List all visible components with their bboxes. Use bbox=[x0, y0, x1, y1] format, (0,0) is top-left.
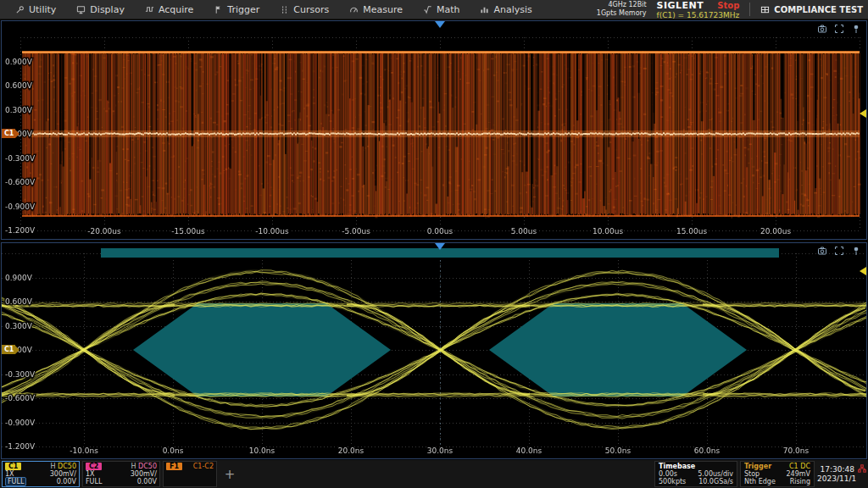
c2-scale: 300mV/ bbox=[131, 470, 157, 478]
waveform-display[interactable] bbox=[2, 21, 866, 239]
expand-icon[interactable] bbox=[834, 246, 844, 256]
eye-diagram-panel: C1 bbox=[1, 242, 867, 459]
trigger-source: C1 DC bbox=[789, 463, 810, 470]
menu-bar: Utility Display Acquire Trigger Cursors … bbox=[0, 0, 868, 19]
menu-item-measure[interactable]: Measure bbox=[339, 0, 413, 19]
timebase-title: Timebase bbox=[659, 463, 695, 470]
menu-label: Cursors bbox=[293, 4, 329, 15]
menu-label: Utility bbox=[29, 4, 56, 15]
trigger-level: 249mV bbox=[786, 470, 810, 478]
expand-icon[interactable] bbox=[834, 24, 844, 34]
clock-date: 2023/11/1 bbox=[817, 474, 854, 483]
c1-level-marker[interactable]: C1 bbox=[2, 345, 15, 354]
f1-chip: F1 bbox=[166, 463, 182, 470]
c1-coupling: H bbox=[51, 463, 56, 470]
trigger-level-marker[interactable] bbox=[860, 109, 866, 118]
brand-logo: SIGLENT bbox=[657, 0, 704, 11]
menu-item-utility[interactable]: Utility bbox=[5, 0, 66, 19]
add-channel-button[interactable]: + bbox=[220, 461, 240, 487]
statusbar-spacer bbox=[242, 461, 652, 487]
bandwidth-label: 4GHz 12Bit bbox=[597, 1, 647, 9]
eye-diagram-display[interactable] bbox=[2, 243, 866, 458]
menu-label: Math bbox=[437, 4, 460, 15]
menu-item-trigger[interactable]: Trigger bbox=[203, 0, 270, 19]
trigger-level-marker[interactable] bbox=[860, 267, 866, 275]
trigger-type: Nth Edge bbox=[744, 478, 776, 485]
sqrt-icon bbox=[423, 5, 432, 14]
gauge-icon bbox=[349, 5, 359, 14]
camera-icon[interactable] bbox=[817, 246, 827, 256]
trigger-slope: Rising bbox=[790, 478, 810, 485]
trigger-position-marker[interactable] bbox=[435, 243, 445, 250]
c2-offset: 0.00V bbox=[137, 478, 157, 485]
timebase-samplerate: 10.0GSa/s bbox=[698, 478, 733, 485]
trigger-position-marker[interactable] bbox=[435, 21, 445, 28]
acquisition-info: 4GHz 12Bit 1Gpts Memory bbox=[597, 1, 647, 18]
timebase-scale: 5.00us/div bbox=[698, 470, 733, 478]
network-status-icon bbox=[858, 464, 866, 473]
menu-label: Trigger bbox=[227, 4, 259, 15]
trigger-state: Stop bbox=[744, 470, 760, 478]
oscilloscope-screen: Utility Display Acquire Trigger Cursors … bbox=[0, 0, 868, 488]
c2-coupling: H bbox=[131, 463, 136, 470]
pin-icon[interactable] bbox=[851, 246, 861, 256]
square-wave-icon bbox=[145, 5, 154, 14]
c1-chip: C1 bbox=[5, 463, 21, 470]
run-state-badge[interactable]: Stop bbox=[717, 1, 739, 10]
compliance-test-button[interactable]: COMPLIANCE TEST bbox=[760, 5, 863, 14]
waveform-panel: C1 bbox=[1, 20, 867, 240]
brand-block: SIGLENT Stop f(C1) = 15.61723MHz bbox=[657, 0, 740, 19]
trigger-box[interactable]: Trigger C1 DC Stop 249mV Nth Edge Rising bbox=[740, 461, 815, 487]
clock-box[interactable]: 17:30:48 2023/11/1 bbox=[817, 461, 866, 487]
compliance-test-label: COMPLIANCE TEST bbox=[774, 5, 863, 14]
camera-icon[interactable] bbox=[817, 24, 827, 34]
window-grid-icon bbox=[760, 5, 770, 14]
trigger-title: Trigger bbox=[744, 463, 771, 470]
pin-icon[interactable] bbox=[851, 24, 861, 34]
menu-item-cursors[interactable]: Cursors bbox=[270, 0, 339, 19]
c1-scale: 300mV/ bbox=[50, 470, 76, 478]
menu-right-cluster: 4GHz 12Bit 1Gpts Memory SIGLENT Stop f(C… bbox=[597, 0, 863, 19]
c1-impedance: DC50 bbox=[58, 463, 76, 470]
timebase-points: 500kpts bbox=[659, 478, 686, 485]
menu-label: Acquire bbox=[159, 4, 193, 15]
menu-label: Display bbox=[90, 4, 125, 15]
menu-label: Analysis bbox=[493, 4, 531, 15]
c2-impedance: DC50 bbox=[138, 463, 157, 470]
bars-icon bbox=[480, 5, 489, 14]
c1-offset: 0.00V bbox=[57, 478, 76, 485]
c2-bandwidth: FULL bbox=[86, 478, 102, 485]
c2-chip: C2 bbox=[86, 463, 102, 470]
wrench-icon bbox=[15, 5, 25, 14]
menu-label: Measure bbox=[363, 4, 403, 15]
frequency-readout: f(C1) = 15.61723MHz bbox=[657, 11, 740, 19]
menu-item-math[interactable]: Math bbox=[413, 0, 470, 19]
clock-time: 17:30:48 bbox=[817, 465, 854, 474]
c1-level-marker[interactable]: C1 bbox=[2, 129, 15, 138]
menu-item-acquire[interactable]: Acquire bbox=[135, 0, 203, 19]
cursors-icon bbox=[280, 5, 289, 14]
menu-item-display[interactable]: Display bbox=[66, 0, 135, 19]
channel-box-c1[interactable]: C1 H DC50 1X 300mV/ FULL 0.00V bbox=[2, 461, 80, 487]
monitor-icon bbox=[76, 5, 86, 14]
divider bbox=[749, 3, 750, 16]
memory-label: 1Gpts Memory bbox=[597, 9, 647, 18]
channel-box-c2[interactable]: C2 H DC50 1X 300mV/ FULL 0.00V bbox=[82, 461, 160, 487]
c2-probe: 1X bbox=[86, 470, 95, 478]
status-bar: C1 H DC50 1X 300mV/ FULL 0.00V C2 H DC50… bbox=[0, 460, 868, 488]
c1-bandwidth: FULL bbox=[5, 477, 26, 486]
menu-item-analysis[interactable]: Analysis bbox=[470, 0, 542, 19]
timebase-box[interactable]: Timebase 0.00s 5.00us/div 500kpts 10.0GS… bbox=[654, 461, 737, 487]
timebase-delay: 0.00s bbox=[659, 470, 677, 478]
f1-expression: C1-C2 bbox=[193, 463, 214, 470]
flag-icon bbox=[214, 5, 223, 14]
function-box-f1[interactable]: F1 C1-C2 bbox=[163, 461, 217, 487]
